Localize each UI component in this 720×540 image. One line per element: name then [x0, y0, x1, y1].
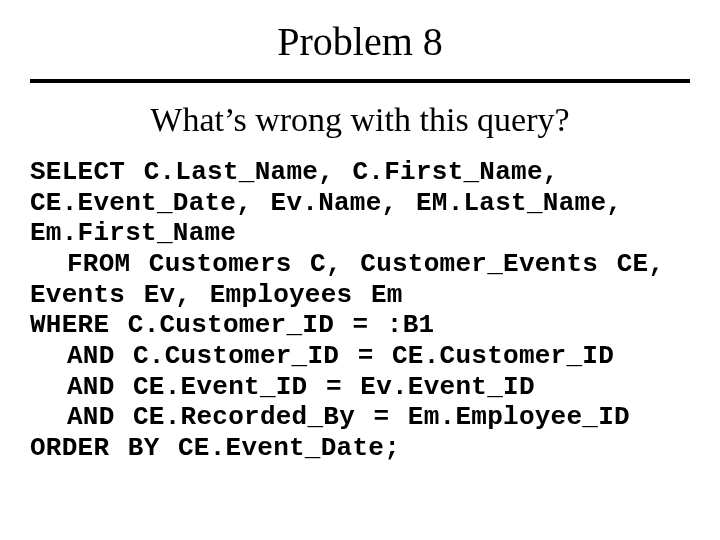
page-title: Problem 8	[30, 18, 690, 65]
subtitle: What’s wrong with this query?	[30, 101, 690, 139]
title-rule	[30, 79, 690, 83]
slide: Problem 8 What’s wrong with this query? …	[0, 0, 720, 540]
sql-code-block: SELECT C.Last_Name, C.First_Name, CE.Eve…	[30, 157, 690, 464]
